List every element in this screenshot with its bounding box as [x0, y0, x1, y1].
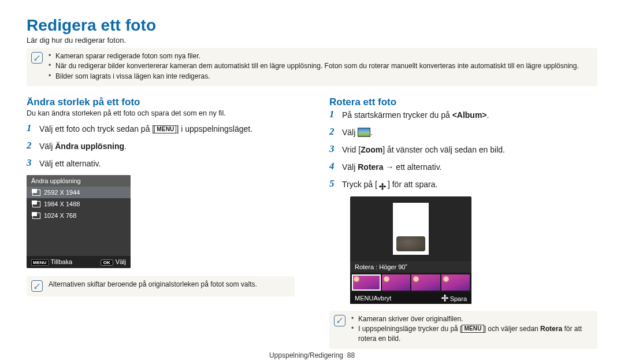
album-thumb-icon [358, 128, 370, 137]
top-note-list: Kameran sparar redigerade foton som nya … [49, 51, 579, 81]
resize-note-text: Alternativen skiftar beroende på origina… [49, 280, 257, 292]
rotate-step-3: 3 Vrid [Zoom] åt vänster och välj sedan … [329, 144, 597, 156]
step-text: Välj [342, 162, 358, 172]
rp-thumb[interactable] [382, 274, 411, 291]
svg-point-3 [379, 185, 382, 187]
step-text: ] för att spara. [388, 180, 437, 189]
step-number: 3 [27, 158, 35, 169]
svg-point-8 [441, 297, 444, 299]
heading-rotate: Rotera ett foto [329, 96, 597, 108]
resize-step-2: 2 Välj Ändra upplösning. [27, 140, 295, 153]
rotate-step-5: 5 Tryck på [] för att spara. [329, 179, 597, 191]
svg-point-6 [444, 295, 445, 298]
rp-thumb-strip [350, 273, 471, 292]
top-note-item: Kameran sparar redigerade foton som nya … [49, 51, 579, 61]
rp-thumb[interactable] [352, 274, 381, 291]
note-icon [334, 315, 346, 326]
step-text: . [487, 110, 489, 120]
step-text: Välj ett alternativ. [39, 158, 101, 170]
res-size-icon [32, 213, 40, 219]
rotate-preview-ui: Rotera : Höger 90˚ MENUAvbryt Spara [350, 196, 471, 304]
top-note-box: Kameran sparar redigerade foton som nya … [27, 48, 597, 86]
step-text: Välj ett foto och tryck sedan på [ [39, 124, 154, 133]
rotate-step-2: 2 Välj . [329, 127, 597, 139]
res-select-label[interactable]: Välj [116, 258, 126, 265]
res-item-label: 2592 X 1944 [44, 189, 80, 196]
step-text: Välj [39, 142, 55, 151]
step-text: → ett alternativ. [384, 162, 442, 172]
note-icon [31, 52, 43, 64]
svg-point-4 [383, 185, 386, 187]
step-number: 5 [329, 179, 337, 190]
rotate-step-4: 4 Välj Rotera → ett alternativ. [329, 161, 597, 173]
footer-page-number: 88 [347, 351, 355, 359]
res-item[interactable]: 2592 X 1944 [27, 187, 131, 198]
svg-point-1 [381, 183, 383, 186]
res-back-label[interactable]: Tillbaka [51, 258, 73, 265]
rp-thumb[interactable] [411, 274, 440, 291]
resize-step-3: 3 Välj ett alternativ. [27, 158, 295, 170]
step-text: Vrid [ [342, 145, 361, 154]
svg-point-2 [381, 187, 383, 190]
step-text: . [124, 142, 127, 151]
heading-resize: Ändra storlek på ett foto [27, 96, 295, 108]
res-item[interactable]: 1024 X 768 [27, 210, 131, 221]
res-item-label: 1024 X 768 [44, 212, 76, 219]
step-number: 2 [27, 140, 35, 151]
rp-label: Rotera : Höger 90˚ [350, 261, 471, 273]
step-text: Tryck på [ [342, 180, 377, 189]
page-intro: Lär dig hur du redigerar foton. [27, 36, 597, 44]
svg-point-5 [444, 297, 445, 299]
flower-icon [440, 294, 450, 301]
page-title: Redigera ett foto [27, 16, 597, 35]
step-text: ] i uppspelningsläget. [176, 124, 252, 133]
menu-icon: MENU [462, 325, 484, 333]
rp-save-label[interactable]: Spara [450, 295, 467, 302]
resize-sub: Du kan ändra storleken på ett foto och s… [27, 109, 295, 117]
rotate-note-item: Kameran skriver över originalfilen. [351, 314, 592, 324]
res-size-icon [32, 190, 40, 196]
top-note-item: När du redigerar bilder konvertererar ka… [49, 61, 579, 71]
menu-tag: MENU [355, 295, 373, 302]
note-icon [31, 280, 43, 292]
res-footer: MENUTillbaka OKVälj [27, 256, 131, 268]
step-bold: Zoom [361, 145, 382, 154]
menu-icon: MENU [154, 125, 176, 133]
step-text: Välj [342, 128, 358, 137]
rotate-note-list: Kameran skriver över originalfilen. I up… [351, 314, 592, 344]
step-bold: Ändra upplösning [55, 142, 124, 151]
rp-thumb[interactable] [441, 274, 470, 291]
step-number: 4 [329, 161, 337, 172]
footer-section: Uppspelning/Redigering [269, 351, 343, 359]
step-text: På startskärmen trycker du på [342, 110, 452, 120]
rp-footer: MENUAvbryt Spara [350, 292, 471, 304]
step-number: 1 [329, 109, 337, 120]
res-item[interactable]: 1984 X 1488 [27, 198, 131, 210]
step-bold: Rotera [358, 162, 383, 172]
resize-step-1: 1 Välj ett foto och tryck sedan på [MENU… [27, 123, 295, 135]
svg-point-7 [444, 299, 445, 302]
col-rotate: Rotera ett foto 1 På startskärmen trycke… [329, 96, 597, 359]
rp-canvas [350, 196, 471, 261]
res-header: Ändra upplösning [27, 175, 131, 187]
ok-tag: OK [101, 259, 113, 266]
res-item-label: 1984 X 1488 [44, 200, 80, 207]
step-bold: <Album> [452, 110, 487, 120]
top-note-item: Bilder som lagrats i vissa lägen kan int… [49, 72, 579, 81]
step-number: 3 [329, 144, 337, 155]
step-number: 2 [329, 127, 337, 138]
step-number: 1 [27, 123, 35, 134]
rp-photo-frame [393, 203, 429, 255]
col-resize: Ändra storlek på ett foto Du kan ändra s… [27, 96, 295, 359]
rotate-note-box: Kameran skriver över originalfilen. I up… [329, 311, 597, 349]
resize-note-box: Alternativen skiftar beroende på origina… [27, 276, 295, 296]
rotate-note-item: I uppspelningsläge trycker du på [MENU] … [351, 324, 592, 344]
page-footer: Uppspelning/Redigering 88 [0, 351, 624, 359]
res-size-icon [32, 201, 40, 207]
step-text: ] åt vänster och välj sedan en bild. [382, 145, 505, 154]
rotate-step-1: 1 På startskärmen trycker du på <Album>. [329, 109, 597, 121]
rp-back-label[interactable]: Avbryt [373, 295, 391, 302]
flower-icon [377, 181, 388, 188]
svg-point-0 [381, 185, 383, 187]
menu-tag: MENU [31, 259, 49, 266]
